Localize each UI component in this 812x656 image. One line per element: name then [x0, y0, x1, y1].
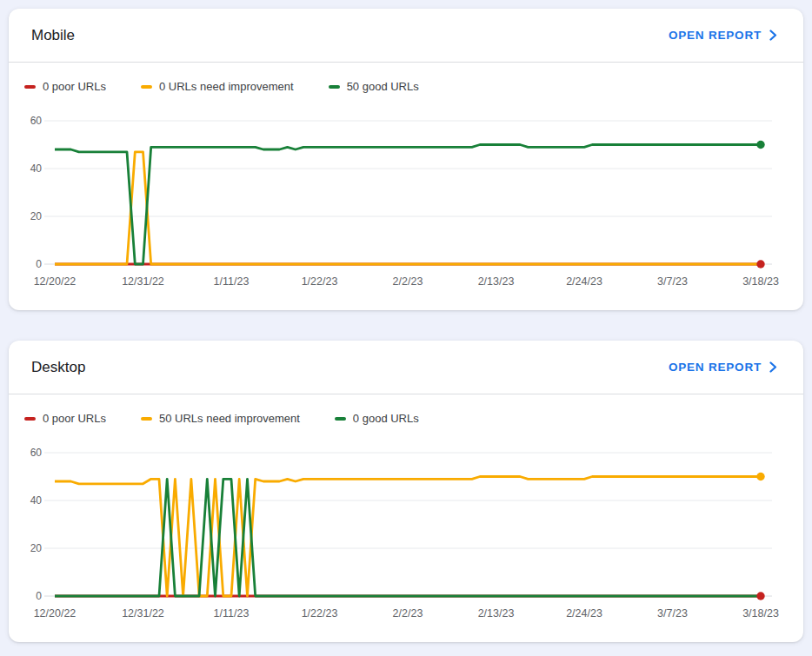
open-report-label: OPEN REPORT [669, 361, 762, 374]
open-report-link-desktop[interactable]: OPEN REPORT [669, 361, 777, 374]
x-axis-label: 2/13/23 [478, 275, 515, 288]
chevron-right-icon [769, 30, 777, 41]
open-report-link-mobile[interactable]: OPEN REPORT [669, 29, 777, 42]
x-axis-label: 3/7/23 [657, 275, 688, 288]
legend-item: 50 URLs need improvement [141, 412, 300, 425]
legend-label: 0 poor URLs [43, 412, 106, 425]
cwv-line-chart-desktop[interactable]: 020406012/20/2212/31/221/11/231/22/232/2… [9, 435, 803, 633]
legend-item: 0 URLs need improvement [141, 80, 294, 93]
y-axis-label: 60 [30, 447, 43, 459]
x-axis-label: 1/22/23 [302, 607, 338, 620]
y-axis-label: 0 [36, 258, 42, 270]
x-axis-label: 2/24/23 [566, 607, 602, 620]
x-axis-label: 12/31/22 [122, 275, 164, 288]
series-end-dot-good-urls [756, 141, 764, 149]
legend-dash-icon [329, 85, 340, 89]
x-axis-label: 3/18/23 [742, 607, 779, 620]
card-title-desktop: Desktop [31, 359, 85, 376]
card-header: Mobile OPEN REPORT [9, 9, 803, 63]
x-axis-label: 2/2/23 [393, 607, 423, 620]
core-web-vitals-dashboard: Mobile OPEN REPORT 0 poor URLs0 URLs nee… [0, 0, 812, 651]
legend-dash-icon [335, 417, 346, 421]
card-header: Desktop OPEN REPORT [9, 341, 803, 394]
legend-label: 0 URLs need improvement [159, 80, 294, 93]
legend-item: 0 poor URLs [24, 80, 106, 93]
device-card-desktop: Desktop OPEN REPORT 0 poor URLs50 URLs n… [9, 341, 803, 642]
y-axis-label: 0 [36, 590, 42, 602]
series-line-good-urls [55, 145, 761, 265]
legend-dash-icon [141, 417, 152, 421]
x-axis-label: 1/22/23 [302, 275, 338, 288]
series-end-dot-poor-urls [756, 260, 764, 268]
y-axis-label: 20 [30, 210, 43, 222]
legend-item: 50 good URLs [329, 80, 419, 93]
legend-item: 0 poor URLs [24, 412, 106, 425]
x-axis-label: 2/2/23 [393, 275, 423, 288]
legend-label: 0 good URLs [353, 412, 419, 425]
x-axis-label: 2/24/23 [566, 275, 602, 288]
x-axis-label: 1/11/23 [214, 275, 250, 288]
x-axis-label: 12/20/22 [34, 607, 77, 620]
x-axis-label: 12/31/22 [122, 607, 164, 620]
legend-label: 50 good URLs [347, 80, 419, 93]
legend-dash-icon [24, 85, 36, 89]
open-report-label: OPEN REPORT [669, 29, 762, 42]
x-axis-label: 1/11/23 [214, 607, 250, 620]
chevron-right-icon [769, 361, 777, 373]
x-axis-label: 2/13/23 [478, 607, 515, 620]
y-axis-label: 20 [30, 542, 43, 554]
y-axis-label: 40 [30, 494, 43, 507]
cwv-line-chart-mobile[interactable]: 020406012/20/2212/31/221/11/231/22/232/2… [9, 103, 803, 301]
legend-label: 50 URLs need improvement [159, 412, 300, 425]
legend-item: 0 good URLs [335, 412, 419, 425]
series-end-dot-urls-need-improvement [756, 473, 764, 480]
x-axis-label: 12/20/22 [34, 275, 77, 288]
legend-label: 0 poor URLs [43, 80, 106, 93]
x-axis-label: 3/18/23 [742, 275, 779, 288]
legend-dash-icon [141, 85, 152, 89]
device-card-mobile: Mobile OPEN REPORT 0 poor URLs0 URLs nee… [9, 9, 803, 310]
chart-legend-mobile: 0 poor URLs0 URLs need improvement50 goo… [9, 63, 803, 93]
card-title-mobile: Mobile [31, 27, 75, 44]
y-axis-label: 40 [30, 162, 43, 175]
y-axis-label: 60 [30, 115, 43, 127]
x-axis-label: 3/7/23 [657, 607, 688, 620]
legend-dash-icon [24, 417, 36, 421]
series-end-dot-poor-urls [756, 592, 764, 600]
chart-legend-desktop: 0 poor URLs50 URLs need improvement0 goo… [9, 394, 803, 425]
